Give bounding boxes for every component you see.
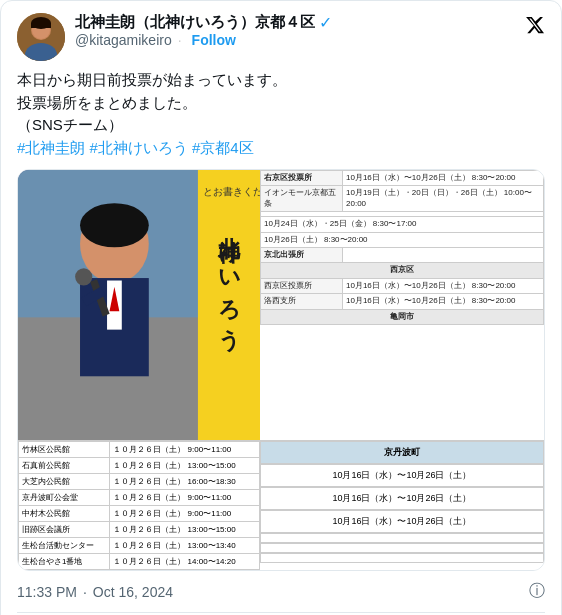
left-table: 竹林区公民館 １０月２６日（土） 9:00〜11:00 石真前公民館 １０月２６… bbox=[18, 441, 260, 570]
divider bbox=[17, 612, 545, 613]
screen-name-row: @kitagamikeiro · Follow bbox=[75, 32, 517, 48]
hashtag1[interactable]: #北神圭朗 bbox=[17, 139, 85, 156]
screen-name: @kitagamikeiro bbox=[75, 32, 172, 48]
schedule-panel: 右京区投票所 10月16日（水）〜10月26日（土） 8:30〜20:00 イオ… bbox=[260, 170, 544, 440]
table-row: 大芝内公民館 １０月２６日（土） 16:00〜18:30 bbox=[19, 474, 260, 490]
schedule-table: 右京区投票所 10月16日（水）〜10月26日（土） 8:30〜20:00 イオ… bbox=[260, 170, 544, 325]
tweet-image: 北神けいろう とお書きください。 右京区投票所 10月16日（水）〜10月26日… bbox=[17, 169, 545, 571]
table-row: 西京区 bbox=[260, 263, 543, 278]
avatar[interactable] bbox=[17, 13, 65, 61]
info-icon[interactable]: ⓘ bbox=[529, 581, 545, 602]
svg-text:とお書きください。: とお書きください。 bbox=[203, 186, 260, 197]
follow-button[interactable]: Follow bbox=[188, 32, 240, 48]
bottom-schedule: 竹林区公民館 １０月２６日（土） 9:00〜11:00 石真前公民館 １０月２６… bbox=[18, 440, 544, 570]
table-row: 京丹波町公会堂 １０月２６日（土） 9:00〜11:00 bbox=[19, 490, 260, 506]
x-logo-container[interactable] bbox=[525, 15, 545, 39]
table-row: 10月24日（水）・25日（金） 8:30〜17:00 bbox=[260, 217, 543, 232]
table-row: イオンモール京都五条 10月19日（土）・20日（日）・26日（土） 10:00… bbox=[260, 186, 543, 212]
date-row-1: 10月16日（水）〜10月26日（土） bbox=[260, 464, 544, 487]
timestamp: 11:33 PM · Oct 16, 2024 ⓘ bbox=[17, 581, 545, 602]
tweet-card: 北神圭朗（北神けいろう）京都４区 ✓ @kitagamikeiro · Foll… bbox=[0, 0, 562, 615]
photo-svg: 北神けいろう とお書きください。 bbox=[18, 170, 260, 440]
table-row: 石真前公民館 １０月２６日（土） 13:00〜15:00 bbox=[19, 458, 260, 474]
svg-point-14 bbox=[75, 268, 92, 285]
table-row: 西京区投票所 10月16日（水）〜10月26日（土） 8:30〜20:00 bbox=[260, 278, 543, 293]
tweet-time: 11:33 PM bbox=[17, 584, 77, 600]
table-row: 右京区投票所 10月16日（水）〜10月26日（土） 8:30〜20:00 bbox=[260, 171, 543, 186]
tweet-line2: 投票場所をまとめました。 bbox=[17, 92, 545, 115]
svg-rect-5 bbox=[31, 23, 51, 28]
kyotanba-header: 京丹波町 bbox=[260, 441, 544, 464]
svg-text:北神けいろう: 北神けいろう bbox=[217, 219, 242, 352]
table-row: 10月26日（土） 8:30〜20:00 bbox=[260, 232, 543, 247]
avatar-image bbox=[17, 13, 65, 61]
table-row: 生松台活動センター １０月２６日（土） 13:00〜13:40 bbox=[19, 538, 260, 554]
hashtag2[interactable]: #北神けいろう bbox=[90, 139, 188, 156]
hashtag3[interactable]: #京都4区 bbox=[192, 139, 254, 156]
tweet-line1: 本日から期日前投票が始まっています。 bbox=[17, 69, 545, 92]
table-row: 亀岡市 bbox=[260, 309, 543, 324]
x-logo-icon bbox=[525, 15, 545, 35]
display-name: 北神圭朗（北神けいろう）京都４区 bbox=[75, 13, 315, 32]
user-info: 北神圭朗（北神けいろう）京都４区 ✓ @kitagamikeiro · Foll… bbox=[75, 13, 517, 48]
table-row: 生松台やさ1番地 １０月２６日（土） 14:00〜14:20 bbox=[19, 554, 260, 570]
date-row-4 bbox=[260, 533, 544, 543]
table-row: 京北出張所 bbox=[260, 247, 543, 262]
timestamp-separator: · bbox=[83, 584, 87, 600]
date-row-5 bbox=[260, 543, 544, 553]
photo-panel: 北神けいろう とお書きください。 bbox=[18, 170, 260, 440]
tweet-text: 本日から期日前投票が始まっています。 投票場所をまとめました。 （SNSチーム）… bbox=[17, 69, 545, 159]
tweet-date: Oct 16, 2024 bbox=[93, 584, 173, 600]
date-row-2: 10月16日（水）〜10月26日（土） bbox=[260, 487, 544, 510]
date-row-6 bbox=[260, 553, 544, 563]
svg-point-9 bbox=[80, 203, 149, 247]
tweet-header: 北神圭朗（北神けいろう）京都４区 ✓ @kitagamikeiro · Foll… bbox=[17, 13, 545, 61]
table-row: 竹林区公民館 １０月２６日（土） 9:00〜11:00 bbox=[19, 442, 260, 458]
name-row: 北神圭朗（北神けいろう）京都４区 ✓ bbox=[75, 13, 517, 32]
right-dates: 京丹波町 10月16日（水）〜10月26日（土） 10月16日（水）〜10月26… bbox=[260, 441, 544, 570]
tweet-hashtags: #北神圭朗 #北神けいろう #京都4区 bbox=[17, 137, 545, 160]
table-row: 洛西支所 10月16日（水）〜10月26日（土） 8:30〜20:00 bbox=[260, 294, 543, 309]
date-row-3: 10月16日（水）〜10月26日（土） bbox=[260, 510, 544, 533]
left-schedule: 竹林区公民館 １０月２６日（土） 9:00〜11:00 石真前公民館 １０月２６… bbox=[18, 441, 260, 570]
table-row: 旧跡区会議所 １０月２６日（土） 13:00〜15:00 bbox=[19, 522, 260, 538]
table-row: 中村木公民館 １０月２６日（土） 9:00〜11:00 bbox=[19, 506, 260, 522]
verified-icon: ✓ bbox=[319, 13, 332, 32]
tweet-line3: （SNSチーム） bbox=[17, 114, 545, 137]
